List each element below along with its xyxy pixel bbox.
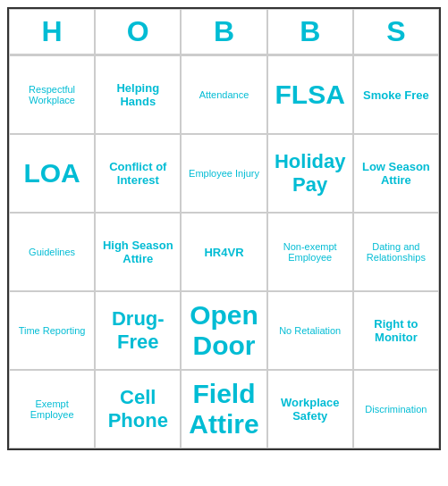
header-letter-o: O [95, 9, 181, 54]
header-letter-b: B [267, 9, 353, 54]
header-letter-s: S [353, 9, 439, 54]
bingo-cell-12[interactable]: HR4VR [181, 213, 266, 291]
bingo-cell-9[interactable]: Low Season Attire [353, 134, 439, 213]
bingo-cell-10[interactable]: Guidelines [9, 213, 95, 291]
bingo-cell-19[interactable]: Right to Monitor [353, 291, 439, 370]
bingo-cell-13[interactable]: Non-exempt Employee [267, 213, 353, 291]
bingo-cell-3[interactable]: FLSA [267, 55, 353, 134]
bingo-cell-15[interactable]: Time Reporting [9, 291, 95, 370]
bingo-cell-20[interactable]: Exempt Employee [9, 370, 95, 448]
bingo-cell-17[interactable]: Open Door [181, 291, 266, 370]
bingo-cell-22[interactable]: Field Attire [181, 370, 266, 448]
bingo-cell-21[interactable]: Cell Phone [95, 370, 181, 448]
header-letter-b: B [181, 9, 266, 54]
header-letter-h: H [9, 9, 95, 54]
header-row: HOBBS [9, 9, 439, 54]
bingo-cell-7[interactable]: Employee Injury [181, 134, 266, 213]
bingo-cell-24[interactable]: Discrimination [353, 370, 439, 448]
bingo-card: HOBBS Respectful WorkplaceHelping HandsA… [7, 7, 441, 450]
bingo-cell-5[interactable]: LOA [9, 134, 95, 213]
bingo-cell-1[interactable]: Helping Hands [95, 55, 181, 134]
bingo-cell-2[interactable]: Attendance [181, 55, 266, 134]
bingo-cell-16[interactable]: Drug-Free [95, 291, 181, 370]
bingo-cell-14[interactable]: Dating and Relationships [353, 213, 439, 291]
bingo-cell-18[interactable]: No Retaliation [267, 291, 353, 370]
bingo-grid: Respectful WorkplaceHelping HandsAttenda… [9, 54, 439, 448]
bingo-cell-4[interactable]: Smoke Free [353, 55, 439, 134]
bingo-cell-6[interactable]: Conflict of Interest [95, 134, 181, 213]
bingo-cell-0[interactable]: Respectful Workplace [9, 55, 95, 134]
bingo-cell-23[interactable]: Workplace Safety [267, 370, 353, 448]
bingo-cell-8[interactable]: Holiday Pay [267, 134, 353, 213]
bingo-cell-11[interactable]: High Season Attire [95, 213, 181, 291]
